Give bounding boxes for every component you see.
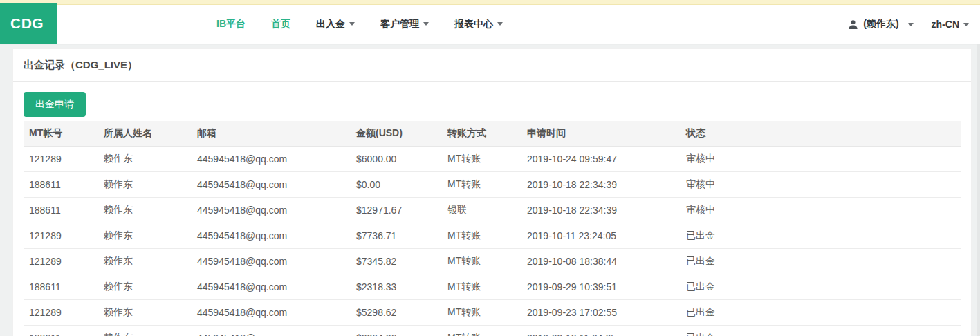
table-cell: $5298.62 <box>351 300 442 326</box>
table-cell: MT转账 <box>442 223 521 249</box>
table-cell: 188611 <box>24 198 98 223</box>
table-cell: 121289 <box>24 147 98 172</box>
table-cell: $2204.26 <box>351 326 442 336</box>
withdrawal-records-panel: 出金记录（CDG_LIVE） 出金申请 MT帐号 所属人姓名 邮箱 金额(USD… <box>12 48 972 336</box>
table-cell: 445945418@qq.com <box>192 249 351 274</box>
column-header-owner-name: 所属人姓名 <box>98 121 192 147</box>
table-cell: 445945418@qq.com <box>192 223 351 249</box>
table-cell: $7345.82 <box>351 249 442 274</box>
nav-item-client-management[interactable]: 客户管理 <box>380 18 429 30</box>
chevron-down-icon <box>908 23 914 26</box>
column-header-apply-time: 申请时间 <box>521 121 681 147</box>
table-cell: 2019-10-18 22:34:39 <box>521 172 681 198</box>
brand-logo[interactable]: CDG <box>0 3 57 44</box>
user-icon <box>848 19 858 30</box>
vertical-scrollbar[interactable] <box>977 44 980 336</box>
table-row: 188611赖作东445945418@qq.com$0.00MT转账2019-1… <box>24 172 961 198</box>
table-row: 188611赖作东445945418@qq.com$2318.33MT转账201… <box>24 274 961 300</box>
table-cell: 已出金 <box>681 326 961 336</box>
table-cell: 188611 <box>24 274 98 300</box>
table-row: 121289赖作东445945418@qq.com$6000.00MT转账201… <box>24 147 961 172</box>
table-cell: 2019-10-24 09:59:47 <box>521 147 681 172</box>
nav-item-label: 出入金 <box>316 18 345 29</box>
table-cell: 赖作东 <box>98 274 192 300</box>
table-cell: 已出金 <box>681 274 961 300</box>
column-header-mt-account: MT帐号 <box>24 121 98 147</box>
table-cell: 2019-10-08 18:38:44 <box>521 249 681 274</box>
withdrawal-records-table: MT帐号 所属人姓名 邮箱 金额(USD) 转账方式 申请时间 状态 12128… <box>24 121 961 336</box>
table-cell: $0.00 <box>351 172 442 198</box>
table-cell: 赖作东 <box>98 147 192 172</box>
table-header-row: MT帐号 所属人姓名 邮箱 金额(USD) 转账方式 申请时间 状态 <box>24 121 961 147</box>
table-cell: 188611 <box>24 172 98 198</box>
table-cell: MT转账 <box>442 300 521 326</box>
nav-item-label: 报表中心 <box>454 18 493 29</box>
table-cell: 赖作东 <box>98 198 192 223</box>
table-cell: 2019-09-18 11:04:05 <box>521 326 681 336</box>
table-row: 121289赖作东445945418@qq.com$5298.62MT转账201… <box>24 300 961 326</box>
chevron-down-icon <box>963 23 969 26</box>
table-cell: 赖作东 <box>98 300 192 326</box>
nav-item-deposit-withdraw[interactable]: 出入金 <box>316 18 355 30</box>
table-cell: MT转账 <box>442 147 521 172</box>
table-cell: $12971.67 <box>351 198 442 223</box>
table-cell: 2019-10-11 23:24:05 <box>521 223 681 249</box>
withdrawal-apply-button[interactable]: 出金申请 <box>24 92 86 117</box>
table-cell: 赖作东 <box>98 172 192 198</box>
table-cell: 已出金 <box>681 223 961 249</box>
table-cell: 审核中 <box>681 147 961 172</box>
table-row: 121289赖作东445945418@qq.com$7345.82MT转账201… <box>24 249 961 274</box>
table-cell: $6000.00 <box>351 147 442 172</box>
table-cell: 赖作东 <box>98 249 192 274</box>
nav-item-label: 首页 <box>271 18 290 29</box>
nav-item-report-center[interactable]: 报表中心 <box>454 18 503 30</box>
nav-item-label: IB平台 <box>216 18 246 29</box>
table-cell: MT转账 <box>442 172 521 198</box>
table-cell: 已出金 <box>681 249 961 274</box>
column-header-email: 邮箱 <box>192 121 351 147</box>
top-notice-strip <box>0 0 980 5</box>
language-label: zh-CN <box>932 19 959 30</box>
table-row: 188611赖作东445945418@qq.com$12971.67银联2019… <box>24 198 961 223</box>
main-nav: IB平台 首页 出入金 客户管理 报表中心 <box>216 18 503 30</box>
column-header-status: 状态 <box>681 121 961 147</box>
table-cell: 审核中 <box>681 198 961 223</box>
table-cell: MT转账 <box>442 326 521 336</box>
table-cell: 121289 <box>24 223 98 249</box>
nav-item-label: 客户管理 <box>380 18 419 29</box>
table-cell: 445945418@qq.com <box>192 198 351 223</box>
table-cell: 445945418@qq.com <box>192 300 351 326</box>
table-row: 121289赖作东445945418@qq.com$7736.71MT转账201… <box>24 223 961 249</box>
table-cell: 已出金 <box>681 300 961 326</box>
table-cell: MT转账 <box>442 274 521 300</box>
table-cell: 银联 <box>442 198 521 223</box>
table-cell: 审核中 <box>681 172 961 198</box>
table-cell: 445945418@qq.com <box>192 172 351 198</box>
table-cell: 445945418@qq.com <box>192 274 351 300</box>
table-row: 188611赖作东445945418@qq.com$2204.26MT转账201… <box>24 326 961 336</box>
table-cell: 445945418@qq.com <box>192 147 351 172</box>
nav-item-ib-platform[interactable]: IB平台 <box>216 18 246 30</box>
table-cell: 121289 <box>24 249 98 274</box>
nav-item-home[interactable]: 首页 <box>271 18 290 30</box>
table-cell: 2019-10-18 22:34:39 <box>521 198 681 223</box>
chevron-down-icon <box>423 22 429 26</box>
table-cell: MT转账 <box>442 249 521 274</box>
top-navbar: CDG IB平台 首页 出入金 客户管理 报表中心 (赖作东) <box>0 5 980 44</box>
table-cell: 2019-09-29 10:39:51 <box>521 274 681 300</box>
table-cell: $2318.33 <box>351 274 442 300</box>
table-cell: 赖作东 <box>98 223 192 249</box>
user-name: (赖作东) <box>863 18 898 30</box>
header-right: (赖作东) zh-CN <box>848 18 969 30</box>
column-header-amount-usd: 金额(USD) <box>351 121 442 147</box>
panel-body: 出金申请 MT帐号 所属人姓名 邮箱 金额(USD) 转账方式 申请时间 状态 … <box>13 82 971 336</box>
table-cell: $7736.71 <box>351 223 442 249</box>
table-cell: 2019-09-23 17:02:55 <box>521 300 681 326</box>
table-body: 121289赖作东445945418@qq.com$6000.00MT转账201… <box>24 147 961 336</box>
user-menu[interactable]: (赖作东) <box>848 18 913 30</box>
table-cell: 121289 <box>24 300 98 326</box>
language-selector[interactable]: zh-CN <box>932 19 969 30</box>
table-cell: 赖作东 <box>98 326 192 336</box>
page-title: 出金记录（CDG_LIVE） <box>13 49 971 82</box>
chevron-down-icon <box>497 22 503 26</box>
